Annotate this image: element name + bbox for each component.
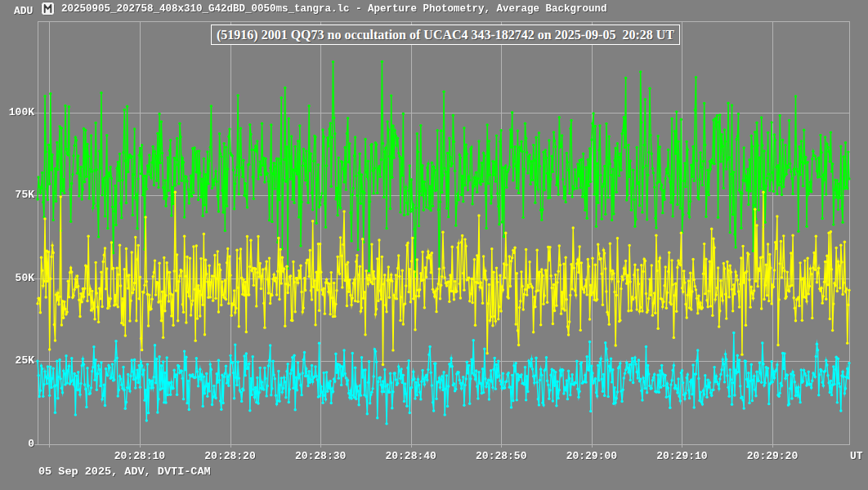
y-tick-label: 25K	[0, 354, 34, 367]
tangra-light-curve-window: ADU 20250905_202758_408x310_G42dBD_0050m…	[0, 0, 868, 490]
y-axis-unit-label: ADU	[14, 5, 33, 17]
x-tick-label: 20:28:50	[464, 450, 538, 462]
x-axis-unit-label: UT	[850, 450, 863, 462]
x-tick-label: 20:28:30	[284, 450, 357, 462]
y-tick-label: 50K	[0, 272, 34, 284]
annotation-text: (51916) 2001 QQ73 no occultation of UCAC…	[217, 28, 674, 42]
x-tick-label: 20:28:20	[194, 450, 267, 462]
annotation-box: (51916) 2001 QQ73 no occultation of UCAC…	[211, 24, 680, 45]
y-tick-label: 100K	[0, 106, 34, 118]
x-tick-label: 20:29:20	[736, 450, 809, 462]
x-tick-label: 20:29:00	[555, 450, 629, 462]
footer-caption: 05 Sep 2025, ADV, DVTI-CAM	[38, 466, 211, 478]
x-tick-label: 20:28:10	[103, 450, 177, 462]
y-tick-label: 0	[0, 438, 34, 450]
y-tick-label: 75K	[0, 189, 34, 201]
x-tick-label: 20:29:10	[645, 450, 718, 462]
x-tick-label: 20:28:40	[374, 450, 448, 462]
tangra-app-icon	[41, 2, 55, 16]
light-curve-plot-canvas	[0, 0, 868, 490]
window-title: 20250905_202758_408x310_G42dBD_0050ms_ta…	[61, 3, 607, 15]
